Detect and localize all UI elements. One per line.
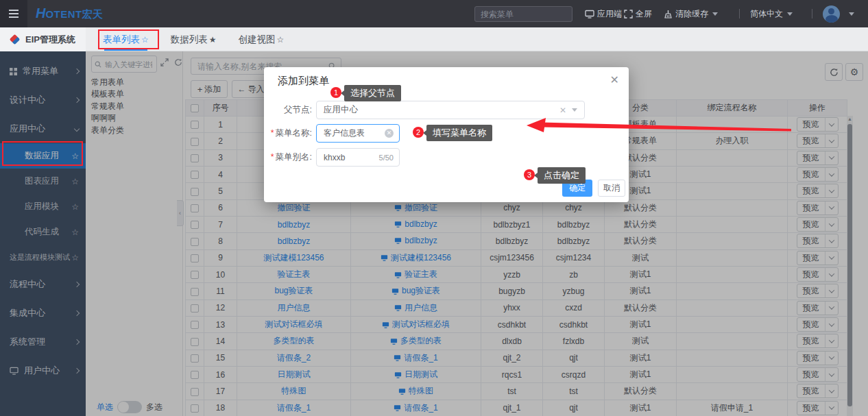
chevron-down-icon	[787, 12, 793, 16]
menu-alias-label: *菜单别名:	[264, 148, 312, 167]
step-3-tooltip: 点击确定	[538, 167, 586, 184]
menu-alias-field: 5/50	[316, 148, 400, 167]
tab-data-list[interactable]: 数据列表★	[171, 27, 217, 51]
step-1-tooltip: 选择父节点	[344, 85, 401, 101]
menu-search-input[interactable]	[479, 9, 588, 20]
tab-create-view[interactable]: 创建视图☆	[239, 27, 285, 51]
logo-h: H	[36, 5, 45, 21]
chevron-down-icon[interactable]	[572, 108, 577, 112]
parent-node-value: 应用中心	[324, 104, 358, 116]
app-client-button[interactable]: 应用端	[585, 0, 622, 27]
logo-cn: 宏天	[82, 8, 103, 20]
app-title-label: EIP管理系统	[25, 34, 75, 46]
menu-alias-input[interactable]	[322, 152, 376, 163]
clear-cache-label: 清除缓存	[675, 8, 708, 20]
top-bar: HOTENT宏天 应用端 全屏 清除缓存 简体中文	[0, 0, 868, 27]
fullscreen-button[interactable]: 全屏	[624, 0, 652, 27]
menu-search-box	[474, 6, 572, 22]
sidebar-collapse-icon[interactable]	[0, 0, 27, 27]
app-logo-icon	[10, 34, 21, 45]
step-1-badge: 1	[330, 87, 341, 98]
language-selector[interactable]: 简体中文	[750, 0, 793, 27]
annotation-box-tab	[98, 29, 159, 49]
tab-label: 数据列表	[171, 34, 208, 46]
logo-text: OTENT	[45, 8, 82, 20]
monitor-icon	[585, 10, 594, 19]
menu-name-input[interactable]	[322, 128, 385, 139]
divider	[739, 9, 740, 19]
clear-icon[interactable]: ✕	[385, 129, 394, 138]
app-title: EIP管理系统	[0, 27, 86, 51]
clear-icon[interactable]: ✕	[559, 106, 566, 115]
broom-icon	[664, 10, 673, 19]
star-icon[interactable]: ☆	[277, 35, 285, 45]
language-label: 简体中文	[750, 8, 783, 20]
step-2-badge: 2	[413, 127, 424, 138]
menu-name-field: ✕	[316, 124, 400, 143]
chevron-down-icon	[712, 12, 718, 16]
annotation-box-sidebar	[2, 141, 83, 166]
char-counter: 5/50	[379, 154, 394, 162]
tab-label: 创建视图	[239, 34, 276, 46]
fullscreen-icon	[624, 10, 633, 19]
logo: HOTENT宏天	[36, 5, 103, 21]
cancel-button[interactable]: 取消	[598, 180, 625, 197]
parent-node-select[interactable]: 应用中心 ✕	[316, 101, 585, 119]
star-icon[interactable]: ★	[209, 35, 217, 45]
user-avatar[interactable]	[823, 5, 840, 23]
app-client-label: 应用端	[597, 8, 622, 20]
menu-name-label: *菜单名称:	[264, 124, 312, 143]
app-window: HOTENT宏天 应用端 全屏 清除缓存 简体中文	[0, 0, 868, 416]
dialog-title: 添加到菜单	[278, 75, 329, 88]
close-icon[interactable]: ✕	[610, 73, 619, 86]
fullscreen-label: 全屏	[636, 8, 652, 20]
clear-cache-button[interactable]: 清除缓存	[664, 0, 718, 27]
divider	[812, 9, 812, 19]
step-3-badge: 3	[524, 169, 535, 180]
user-menu-caret-icon[interactable]	[849, 12, 854, 16]
parent-node-label: 父节点:	[264, 101, 312, 119]
step-2-tooltip: 填写菜单名称	[426, 125, 492, 141]
